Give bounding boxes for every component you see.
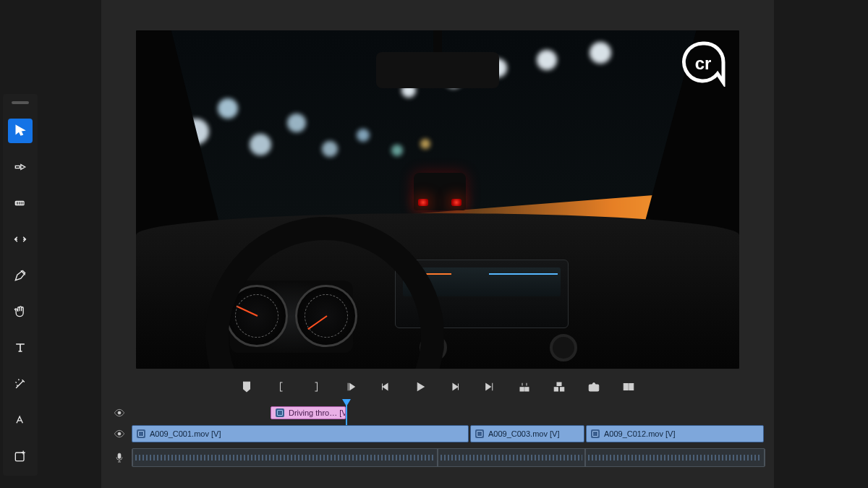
mark-in-button[interactable] <box>273 379 289 395</box>
audio-seg-1[interactable] <box>132 449 438 466</box>
svg-rect-7 <box>557 382 561 386</box>
step-fwd-icon <box>448 380 461 393</box>
svg-point-13 <box>118 432 121 435</box>
svg-rect-5 <box>554 388 558 391</box>
svg-rect-4 <box>525 388 529 391</box>
clip-v1-2[interactable]: A009_C003.mov [V] <box>470 425 584 442</box>
compare-icon <box>622 380 635 393</box>
comparison-view-button[interactable] <box>621 379 637 395</box>
goto-in-icon <box>344 380 357 393</box>
toolbar <box>3 94 38 476</box>
mic-icon <box>114 452 125 463</box>
type-icon <box>13 341 27 355</box>
step-back-icon <box>379 380 392 393</box>
pen-icon <box>13 268 27 283</box>
svg-point-12 <box>118 411 121 414</box>
extract-button[interactable] <box>551 379 567 395</box>
fx-badge-icon <box>475 429 484 438</box>
eye-icon <box>114 407 125 419</box>
marker-icon <box>240 380 253 393</box>
lift-button[interactable] <box>516 379 532 395</box>
pen-tool[interactable] <box>8 263 33 288</box>
rearview-mirror <box>369 30 506 88</box>
clip-v1-3[interactable]: A009_C012.mov [V] <box>586 425 764 442</box>
eye-icon <box>114 428 125 440</box>
svg-rect-11 <box>629 384 634 390</box>
ripple-edit-tool[interactable] <box>8 227 33 252</box>
svg-rect-1 <box>15 453 24 461</box>
extract-icon <box>553 380 566 393</box>
video-track-1: A009_C001.mov [V] A009_C003.mov [V] A009… <box>107 424 765 444</box>
track-a1-mic[interactable] <box>107 452 132 463</box>
cursor-icon <box>13 124 27 138</box>
svg-rect-10 <box>624 384 628 390</box>
go-to-out-button[interactable] <box>482 379 498 395</box>
step-back-button[interactable] <box>378 379 393 395</box>
fx-badge-icon <box>591 429 600 438</box>
hand-icon <box>13 304 27 319</box>
svg-rect-3 <box>520 388 524 391</box>
add-marker-button[interactable] <box>239 379 255 395</box>
track-select-forward-tool[interactable] <box>8 155 33 179</box>
track-v1-visibility[interactable] <box>107 428 132 440</box>
play-icon <box>414 380 427 393</box>
clip-label: A009_C012.mov [V] <box>604 429 675 438</box>
program-monitor[interactable]: cr <box>136 30 739 369</box>
wand-icon <box>13 377 27 391</box>
crop-tool[interactable] <box>8 408 33 432</box>
audio-track-1 <box>107 447 765 468</box>
video-track-2: Driving thro… [V] <box>107 405 765 421</box>
clip-label: A009_C001.mov [V] <box>150 429 221 438</box>
track-v2-visibility[interactable] <box>107 407 132 419</box>
svg-rect-14 <box>118 453 121 458</box>
clip-v2-1[interactable]: Driving thro… [V] <box>271 406 346 419</box>
add-media-icon <box>13 449 27 463</box>
hand-tool[interactable] <box>8 299 33 324</box>
track-select-icon <box>13 160 27 174</box>
fx-badge-icon <box>276 408 284 417</box>
svg-rect-6 <box>561 388 564 391</box>
audio-lane[interactable] <box>132 448 765 467</box>
timeline[interactable]: Driving thro… [V] A009_C001.mov [V] A009… <box>101 405 774 484</box>
fx-badge-icon <box>137 429 145 438</box>
goto-out-icon <box>483 380 496 393</box>
audio-seg-2[interactable] <box>438 449 585 466</box>
car-ahead <box>414 173 466 210</box>
watermark-logo: cr <box>680 40 726 87</box>
remix-tool[interactable] <box>8 372 33 396</box>
razor-tool[interactable] <box>8 191 33 215</box>
clip-v1-1[interactable]: A009_C001.mov [V] <box>132 425 469 442</box>
bracket-left-icon <box>275 380 288 393</box>
step-forward-button[interactable] <box>447 379 463 395</box>
crop-icon <box>13 413 27 427</box>
ripple-icon <box>13 232 27 247</box>
clip-label: A009_C003.mov [V] <box>488 429 559 438</box>
editor-stage: cr Driving thro… [V] <box>101 0 774 488</box>
transport-controls <box>136 374 739 399</box>
bracket-right-icon <box>310 380 323 393</box>
export-frame-button[interactable] <box>586 379 602 395</box>
audio-seg-3[interactable] <box>585 449 765 466</box>
svg-rect-8 <box>589 385 599 391</box>
type-tool[interactable] <box>8 335 33 360</box>
selection-tool[interactable] <box>8 119 33 143</box>
mark-out-button[interactable] <box>308 379 324 395</box>
clip-label: Driving thro… [V] <box>289 408 346 417</box>
razor-icon <box>13 196 27 210</box>
svg-text:cr: cr <box>695 53 712 73</box>
toolbar-grip[interactable] <box>12 101 29 104</box>
camera-icon <box>587 380 600 393</box>
play-button[interactable] <box>412 379 428 395</box>
add-media[interactable] <box>8 444 33 468</box>
go-to-in-button[interactable] <box>343 379 359 395</box>
lift-icon <box>518 380 531 393</box>
